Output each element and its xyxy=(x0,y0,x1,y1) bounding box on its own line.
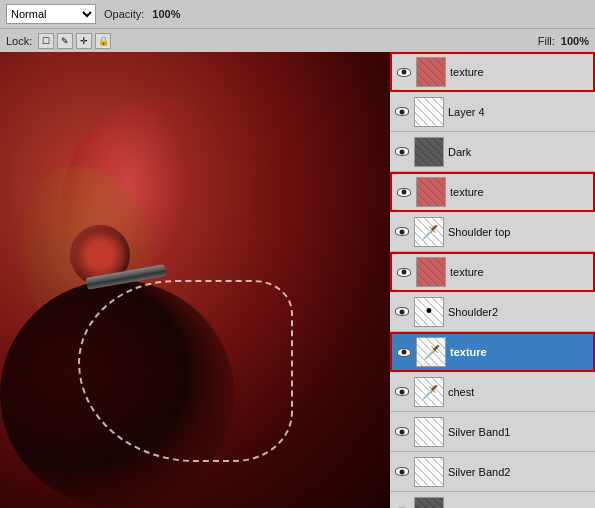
layer-thumbnail xyxy=(414,97,444,127)
lock-all-icon[interactable]: 🔒 xyxy=(95,33,111,49)
eye-visibility-icon[interactable] xyxy=(394,224,410,240)
layer-item[interactable]: texture xyxy=(390,252,595,292)
layer-name: Shoulder top xyxy=(448,226,591,238)
eye-visibility-icon[interactable] xyxy=(394,464,410,480)
layer-thumbnail xyxy=(414,137,444,167)
layer-item[interactable]: Layer 4 xyxy=(390,92,595,132)
layer-name: Layer 4 xyxy=(448,106,591,118)
layer-item[interactable]: Dark xyxy=(390,492,595,508)
canvas-image xyxy=(0,52,390,508)
layer-name: texture xyxy=(450,66,589,78)
eye-visibility-icon[interactable] xyxy=(394,504,410,509)
eye-visibility-icon[interactable] xyxy=(394,144,410,160)
layer-thumbnail xyxy=(416,257,446,287)
eye-visibility-icon[interactable] xyxy=(394,384,410,400)
layer-name: Silver Band2 xyxy=(448,466,591,478)
layer-thumbnail: 🗡️ xyxy=(416,337,446,367)
layer-name: texture xyxy=(450,266,589,278)
lock-brush-icon[interactable]: ✎ xyxy=(57,33,73,49)
layers-scroll-area[interactable]: texture Layer 4 Dark xyxy=(390,52,595,508)
layer-thumbnail: 🗡️ xyxy=(414,217,444,247)
layer-item[interactable]: 🗡️ Shoulder top xyxy=(390,212,595,252)
layer-thumbnail xyxy=(414,457,444,487)
layer-name: Silver Band1 xyxy=(448,426,591,438)
canvas-area xyxy=(0,52,390,508)
eye-visibility-icon[interactable] xyxy=(394,304,410,320)
opacity-label: Opacity: xyxy=(104,8,144,20)
layer-item[interactable]: Silver Band2 xyxy=(390,452,595,492)
layer-name: chest xyxy=(448,386,591,398)
layer-item[interactable]: 🗡️ texture xyxy=(390,332,595,372)
layer-thumbnail: 🗡️ xyxy=(414,377,444,407)
fill-label: Fill: xyxy=(538,35,555,47)
lock-icons-group: ☐ ✎ ✛ 🔒 xyxy=(38,33,111,49)
layer-thumbnail: • xyxy=(414,297,444,327)
layer-name: Shoulder2 xyxy=(448,306,591,318)
layer-item[interactable]: Silver Band1 xyxy=(390,412,595,452)
blend-opacity-toolbar: Normal Multiply Screen Opacity: 100% xyxy=(0,0,595,28)
eye-visibility-icon[interactable] xyxy=(396,184,412,200)
layer-thumbnail xyxy=(414,497,444,509)
layer-name: Dark xyxy=(448,146,591,158)
main-area: texture Layer 4 Dark xyxy=(0,52,595,508)
eye-visibility-icon[interactable] xyxy=(396,64,412,80)
eye-visibility-icon[interactable] xyxy=(394,424,410,440)
lock-label: Lock: xyxy=(6,35,32,47)
lock-position-icon[interactable]: ✛ xyxy=(76,33,92,49)
eye-visibility-icon[interactable] xyxy=(396,344,412,360)
opacity-value: 100% xyxy=(152,8,180,20)
blend-mode-select[interactable]: Normal Multiply Screen xyxy=(6,4,96,24)
lock-fill-toolbar: Lock: ☐ ✎ ✛ 🔒 Fill: 100% xyxy=(0,28,595,52)
layer-thumbnail xyxy=(416,57,446,87)
lock-transparent-icon[interactable]: ☐ xyxy=(38,33,54,49)
fill-value: 100% xyxy=(561,35,589,47)
layer-item[interactable]: Dark xyxy=(390,132,595,172)
layer-thumbnail xyxy=(414,417,444,447)
layer-item[interactable]: texture xyxy=(390,172,595,212)
layer-thumbnail xyxy=(416,177,446,207)
layers-panel: texture Layer 4 Dark xyxy=(390,52,595,508)
layer-name: texture xyxy=(450,346,589,358)
layer-item[interactable]: texture xyxy=(390,52,595,92)
eye-visibility-icon[interactable] xyxy=(394,104,410,120)
layer-item[interactable]: • Shoulder2 xyxy=(390,292,595,332)
eye-visibility-icon[interactable] xyxy=(396,264,412,280)
layer-item[interactable]: 🗡️ chest xyxy=(390,372,595,412)
layer-name: texture xyxy=(450,186,589,198)
